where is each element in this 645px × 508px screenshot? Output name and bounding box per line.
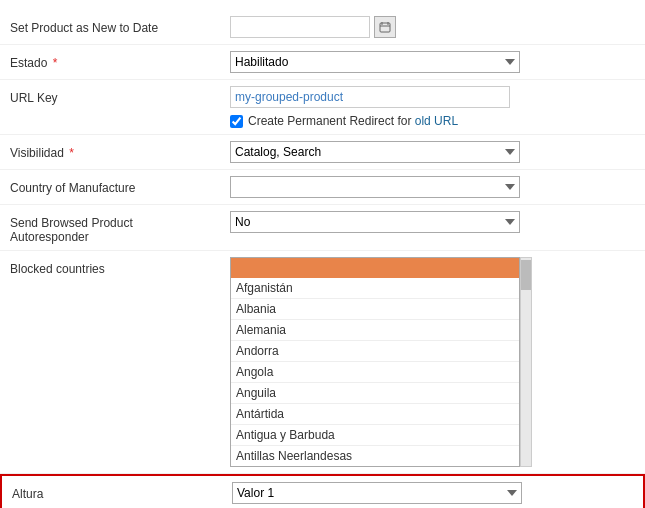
date-input-wrapper [230,16,635,38]
send-browsed-select[interactable]: No Yes [230,211,520,233]
altura-row: Altura Valor 1 Valor 2 Valor 3 [0,474,645,508]
set-product-date-input[interactable] [230,16,370,38]
estado-select[interactable]: Habilitado Deshabilitado [230,51,520,73]
form-container: Set Product as New to Date Estado * [0,0,645,508]
altura-label: Altura [12,482,232,501]
estado-field: Habilitado Deshabilitado [230,51,635,73]
visibilidad-select[interactable]: Catalog, Search Catalog Search Not Visib… [230,141,520,163]
url-key-label: URL Key [10,86,230,105]
visibilidad-row: Visibilidad * Catalog, Search Catalog Se… [0,135,645,170]
redirect-label: Create Permanent Redirect for old URL [248,114,458,128]
altura-select[interactable]: Valor 1 Valor 2 Valor 3 [232,482,522,504]
list-header [231,258,519,278]
url-key-input[interactable] [230,86,510,108]
estado-required: * [49,56,57,70]
visibilidad-required: * [66,146,74,160]
old-url-link[interactable]: old URL [415,114,458,128]
scrollbar[interactable] [520,257,532,467]
visibilidad-field: Catalog, Search Catalog Search Not Visib… [230,141,635,163]
list-item[interactable]: Alemania [231,320,519,341]
list-item[interactable]: Antártida [231,404,519,425]
country-manufacture-row: Country of Manufacture [0,170,645,205]
estado-label: Estado * [10,51,230,70]
estado-row: Estado * Habilitado Deshabilitado [0,45,645,80]
list-item[interactable]: Albania [231,299,519,320]
list-item[interactable]: Anguila [231,383,519,404]
set-product-label: Set Product as New to Date [10,16,230,35]
country-manufacture-select[interactable] [230,176,520,198]
list-item[interactable]: Andorra [231,341,519,362]
url-key-field: Create Permanent Redirect for old URL [230,86,635,128]
send-browsed-row: Send Browsed Product Autoresponder No Ye… [0,205,645,251]
calendar-icon [379,21,391,33]
scrollbar-thumb[interactable] [521,260,531,290]
blocked-countries-label: Blocked countries [10,257,230,276]
altura-field: Valor 1 Valor 2 Valor 3 [232,482,633,504]
url-key-row: URL Key Create Permanent Redirect for ol… [0,80,645,135]
redirect-checkbox-row: Create Permanent Redirect for old URL [230,114,635,128]
list-item[interactable]: Afganistán [231,278,519,299]
send-browsed-label: Send Browsed Product Autoresponder [10,211,230,244]
set-product-row: Set Product as New to Date [0,10,645,45]
send-browsed-field: No Yes [230,211,635,233]
blocked-countries-container: Afganistán Albania Alemania Andorra Ango… [230,257,635,467]
blocked-countries-row: Blocked countries Afganistán Albania Ale… [0,251,645,474]
calendar-button[interactable] [374,16,396,38]
country-manufacture-label: Country of Manufacture [10,176,230,195]
list-item[interactable]: Angola [231,362,519,383]
blocked-countries-field: Afganistán Albania Alemania Andorra Ango… [230,257,635,467]
list-item[interactable]: Antigua y Barbuda [231,425,519,446]
list-item[interactable]: Antillas Neerlandesas [231,446,519,466]
redirect-checkbox[interactable] [230,115,243,128]
visibilidad-label: Visibilidad * [10,141,230,160]
blocked-countries-list[interactable]: Afganistán Albania Alemania Andorra Ango… [230,257,520,467]
country-manufacture-field [230,176,635,198]
set-product-field [230,16,635,38]
